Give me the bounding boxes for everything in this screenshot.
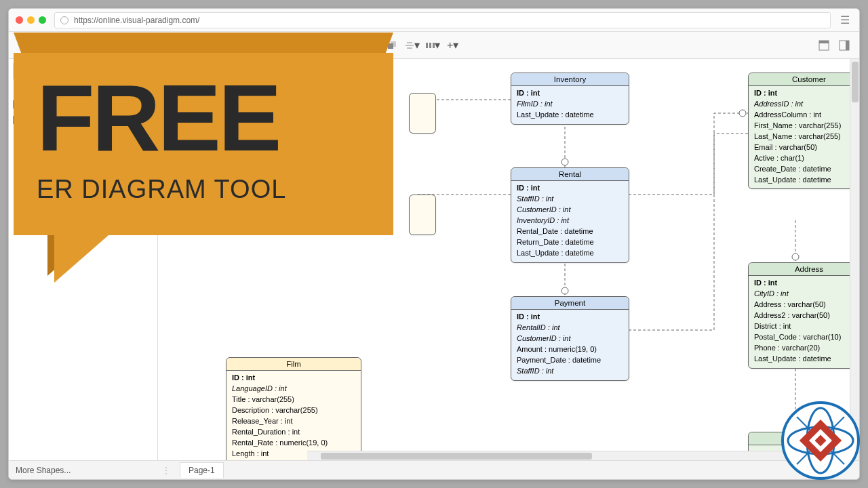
entity-body: ID : int StaffID : int CustomerID : int … — [511, 181, 629, 262]
format-panel-button[interactable] — [835, 36, 854, 55]
outline-panel-button[interactable] — [814, 36, 833, 55]
hamburger-icon[interactable]: ☰ — [837, 11, 852, 29]
entity-film[interactable]: Film ID : int LanguageID : int Title : v… — [226, 357, 361, 460]
svg-point-21 — [561, 159, 568, 165]
entity-title: Address — [749, 263, 859, 276]
banner-subtitle: ER DIAGRAM TOOL — [37, 175, 370, 204]
minimize-icon[interactable] — [27, 16, 35, 24]
svg-point-25 — [739, 110, 746, 117]
maximize-icon[interactable] — [39, 16, 46, 24]
entity-inventory[interactable]: Inventory ID : int FilmID : int Last_Upd… — [511, 73, 629, 125]
entity-body: ID : int CityID : int Address : varchar(… — [749, 276, 859, 368]
url-text: https://online.visual-paradigm.com/ — [74, 16, 199, 25]
titlebar: https://online.visual-paradigm.com/ ☰ — [9, 9, 859, 32]
visual-paradigm-logo — [780, 400, 861, 481]
entity-payment[interactable]: Payment ID : int RentalID : int Customer… — [511, 296, 629, 381]
banner-title: FREE — [37, 70, 370, 165]
entity-title: Film — [226, 358, 361, 371]
entity-address[interactable]: Address ID : int CityID : int Address : … — [748, 262, 859, 369]
svg-rect-14 — [426, 43, 428, 48]
svg-rect-20 — [846, 41, 849, 50]
status-bar: More Shapes... ⋮ Page-1 — [9, 460, 859, 479]
grip-icon[interactable]: ⋮ — [158, 466, 174, 475]
url-bar[interactable]: https://online.visual-paradigm.com/ — [54, 12, 831, 28]
page-tab[interactable]: Page-1 — [180, 462, 224, 478]
more-shapes-button[interactable]: More Shapes... — [9, 466, 158, 475]
entity-title: Customer — [749, 73, 859, 86]
close-icon[interactable] — [16, 16, 23, 24]
entity-body: ID : int FilmID : int Last_Update : date… — [511, 86, 629, 124]
entity-title: Inventory — [511, 73, 629, 86]
add-button[interactable]: +▾ — [443, 36, 462, 55]
entity-obscured-2[interactable] — [409, 195, 436, 235]
site-info-icon — [60, 16, 68, 24]
entity-rental[interactable]: Rental ID : int StaffID : int CustomerID… — [511, 167, 629, 263]
entity-title: Payment — [511, 297, 629, 310]
traffic-lights — [16, 16, 46, 24]
distribute-button[interactable]: ▾ — [423, 36, 442, 55]
svg-point-22 — [561, 287, 568, 294]
svg-rect-16 — [433, 43, 435, 48]
entity-body: ID : int LanguageID : int Title : varcha… — [226, 371, 361, 460]
horizontal-scrollbar[interactable] — [307, 451, 850, 460]
entity-body: ID : int AddressID : int AddressColumn :… — [749, 86, 859, 188]
svg-rect-15 — [429, 43, 431, 48]
entity-customer[interactable]: Customer ID : int AddressID : int Addres… — [748, 73, 859, 189]
entity-title: Rental — [511, 168, 629, 181]
svg-rect-18 — [819, 41, 829, 43]
svg-point-23 — [792, 253, 799, 260]
align-button[interactable]: ▾ — [403, 36, 422, 55]
entity-body: ID : int RentalID : int CustomerID : int… — [511, 310, 629, 380]
entity-obscured-1[interactable] — [409, 93, 436, 134]
promo-banner: FREE ER DIAGRAM TOOL — [14, 33, 393, 331]
